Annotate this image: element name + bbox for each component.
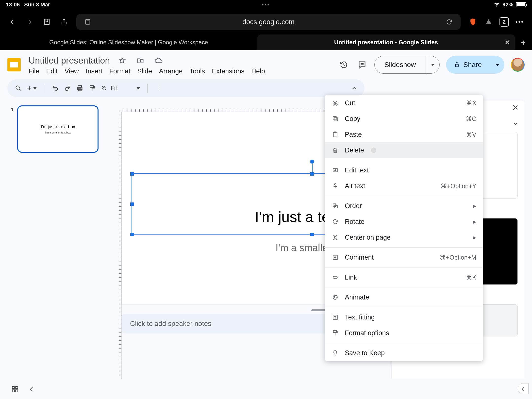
resize-handle[interactable]	[310, 172, 314, 176]
text-fitting-icon	[332, 314, 339, 321]
slide-thumbnail-1[interactable]: I'm just a text box I'm a smaller text b…	[17, 105, 99, 153]
avatar[interactable]	[511, 58, 525, 72]
cursor-indicator	[371, 148, 376, 153]
keep-icon	[332, 349, 339, 357]
forward-button[interactable]	[25, 17, 34, 27]
bottom-bar	[0, 379, 532, 399]
menu-slide[interactable]: Slide	[137, 67, 152, 75]
rotate-handle[interactable]	[310, 160, 314, 164]
close-panel-button[interactable]: ✕	[512, 103, 519, 112]
battery-icon	[516, 2, 526, 7]
submenu-arrow-icon: ▸	[473, 202, 476, 210]
slideshow-dropdown[interactable]	[426, 56, 439, 73]
menu-file[interactable]: File	[29, 67, 39, 75]
svg-rect-10	[16, 386, 18, 389]
panel-chevron-down-icon[interactable]	[512, 121, 519, 127]
ctx-center[interactable]: Center on page▸	[325, 230, 483, 245]
svg-point-26	[334, 295, 337, 298]
menu-edit[interactable]: Edit	[46, 67, 58, 75]
resize-handle[interactable]	[130, 202, 134, 206]
svg-point-3	[16, 86, 19, 89]
toolbar-chevron-up-icon[interactable]	[351, 85, 357, 91]
menu-bar: File Edit View Insert Format Slide Arran…	[29, 67, 265, 75]
search-menus-icon[interactable]	[15, 85, 22, 92]
reload-button[interactable]	[444, 18, 454, 25]
browser-menu-button[interactable]: •••	[515, 17, 525, 27]
brave-rewards-icon[interactable]	[484, 17, 494, 27]
move-icon[interactable]	[134, 55, 146, 66]
share-dropdown[interactable]	[491, 64, 504, 66]
zoom-level[interactable]: Fit	[111, 85, 133, 92]
ctx-delete[interactable]: Delete	[325, 142, 483, 158]
redo-button[interactable]	[64, 85, 71, 92]
menu-extensions[interactable]: Extensions	[212, 67, 244, 75]
ruler-vertical	[113, 112, 122, 392]
menu-help[interactable]: Help	[251, 67, 265, 75]
resize-handle[interactable]	[130, 233, 134, 236]
status-date: Sun 3 Mar	[24, 1, 50, 8]
comments-icon[interactable]	[356, 59, 368, 71]
link-icon	[332, 274, 339, 281]
zoom-icon[interactable]	[101, 85, 107, 91]
resize-handle[interactable]	[130, 172, 134, 176]
reader-mode-icon[interactable]	[83, 19, 93, 25]
rotate-icon	[332, 218, 339, 225]
menu-arrange[interactable]: Arrange	[159, 67, 183, 75]
ctx-edit-text[interactable]: Edit text	[325, 162, 483, 178]
ipad-status-bar: 13:06 Sun 3 Mar ••• 92%	[0, 0, 532, 9]
menu-insert[interactable]: Insert	[86, 67, 102, 75]
history-icon[interactable]	[338, 59, 350, 71]
slideshow-button[interactable]: Slideshow	[374, 56, 440, 74]
more-tools-button[interactable]: ⋯	[155, 85, 162, 91]
resize-handle[interactable]	[310, 233, 314, 236]
bookmarks-button[interactable]	[42, 17, 52, 27]
svg-rect-2	[455, 64, 458, 67]
share-button[interactable]: Share	[446, 56, 504, 74]
brave-shields-icon[interactable]	[468, 17, 478, 27]
cloud-status-icon[interactable]	[153, 55, 165, 66]
prev-slide-button[interactable]	[29, 386, 35, 392]
tab-count-button[interactable]: 2	[499, 17, 509, 27]
ctx-paste[interactable]: Paste⌘V	[325, 127, 483, 142]
comment-icon	[332, 254, 339, 261]
svg-rect-28	[333, 331, 336, 332]
svg-rect-9	[12, 386, 15, 389]
ctx-link[interactable]: Link⌘K	[325, 269, 483, 285]
close-tab-button[interactable]: ✕	[505, 39, 510, 46]
ctx-rotate[interactable]: Rotate▸	[325, 214, 483, 230]
menu-view[interactable]: View	[65, 67, 79, 75]
new-slide-button[interactable]: +	[27, 84, 37, 93]
ctx-format-options[interactable]: Format options	[325, 325, 483, 341]
zoom-dropdown[interactable]	[136, 87, 140, 89]
alt-text-icon	[332, 182, 339, 190]
new-tab-button[interactable]: +	[515, 34, 532, 50]
share-button[interactable]	[59, 17, 69, 27]
slides-logo-icon[interactable]	[7, 58, 21, 71]
multitask-dots[interactable]: •••	[179, 1, 353, 8]
ctx-copy[interactable]: Copy⌘C	[325, 111, 483, 127]
url-text: docs.google.com	[93, 18, 444, 26]
ctx-cut[interactable]: Cut⌘X	[325, 95, 483, 111]
grid-view-button[interactable]	[11, 385, 19, 393]
ctx-order[interactable]: Order▸	[325, 198, 483, 214]
ctx-text-fitting[interactable]: Text fitting	[325, 309, 483, 325]
document-title[interactable]: Untitled presentation	[29, 55, 110, 66]
url-bar[interactable]: docs.google.com	[76, 14, 461, 30]
ctx-comment[interactable]: Comment⌘+Option+M	[325, 249, 483, 265]
format-options-icon	[332, 329, 339, 337]
svg-rect-12	[16, 390, 18, 392]
menu-tools[interactable]: Tools	[189, 67, 205, 75]
ctx-animate[interactable]: Animate	[325, 289, 483, 305]
ctx-save-keep[interactable]: Save to Keep	[325, 345, 483, 361]
expand-side-button[interactable]	[518, 383, 529, 394]
menu-format[interactable]: Format	[109, 67, 131, 75]
browser-tab-inactive[interactable]: Google Slides: Online Slideshow Maker | …	[0, 34, 257, 50]
browser-tab-active[interactable]: Untitled presentation - Google Slides ✕	[257, 34, 515, 50]
ctx-alt-text[interactable]: Alt text⌘+Option+Y	[325, 178, 483, 194]
svg-rect-23	[334, 237, 336, 238]
print-button[interactable]	[76, 85, 83, 92]
paint-format-button[interactable]	[89, 85, 96, 92]
undo-button[interactable]	[52, 85, 59, 92]
star-icon[interactable]	[116, 55, 128, 66]
back-button[interactable]	[7, 17, 17, 27]
